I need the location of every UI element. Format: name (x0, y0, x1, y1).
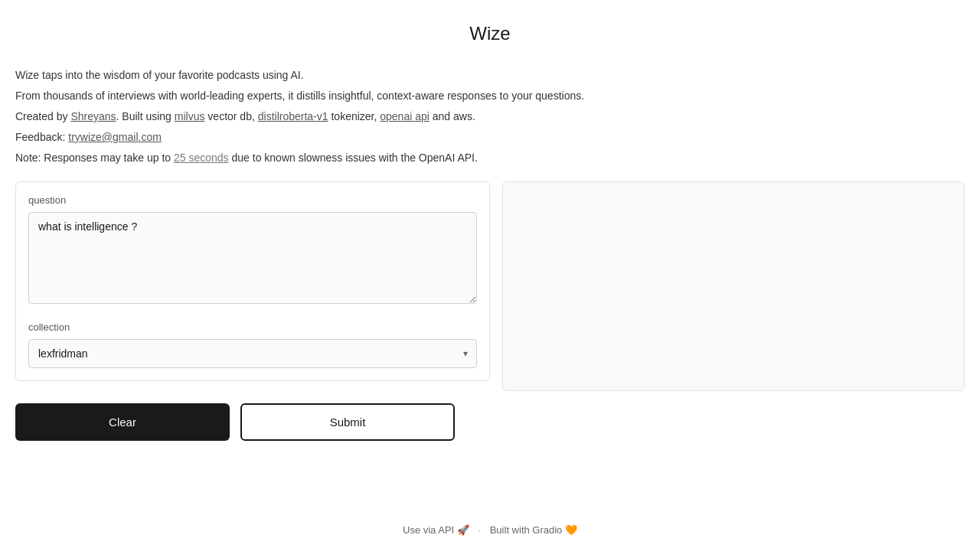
vector-db-suffix: vector db, (204, 110, 257, 122)
collection-select[interactable]: lexfridman hubermanlab joerogan tim_ferr… (28, 339, 477, 368)
distilroberta-link[interactable]: distilroberta-v1 (258, 110, 328, 122)
collection-select-wrapper: lexfridman hubermanlab joerogan tim_ferr… (28, 339, 477, 368)
note-prefix: Note: Responses may take up to (15, 152, 174, 164)
footer-gradio-emoji: 🧡 (565, 524, 577, 536)
tokenizer-suffix: tokenizer, (328, 110, 381, 122)
note-seconds: 25 seconds (174, 152, 229, 164)
feedback-line: Feedback: trywize@gmail.com (15, 129, 965, 145)
footer-api-text: Use via API (403, 524, 454, 536)
description-line-1: Wize taps into the wisdom of your favori… (15, 67, 965, 83)
created-by-line: Created by Shreyans. Built using milvus … (15, 109, 965, 125)
created-by-prefix: Created by (15, 110, 70, 122)
collection-section: collection lexfridman hubermanlab joerog… (28, 321, 477, 368)
page-title: Wize (15, 23, 965, 44)
footer: Use via API 🚀 · Built with Gradio 🧡 (0, 509, 980, 551)
buttons-row: Clear Submit (15, 403, 965, 441)
right-panel (502, 181, 965, 391)
note-line: Note: Responses may take up to 25 second… (15, 150, 965, 166)
aws-suffix: and aws. (430, 110, 475, 122)
question-label: question (28, 194, 477, 206)
footer-api-emoji: 🚀 (457, 524, 469, 536)
submit-button[interactable]: Submit (240, 403, 455, 441)
footer-separator: · (478, 524, 481, 536)
note-suffix: due to known slowness issues with the Op… (229, 152, 478, 164)
left-panel: question what is intelligence ? collecti… (15, 181, 490, 381)
footer-built-text: Built with Gradio (490, 524, 563, 536)
clear-button[interactable]: Clear (15, 403, 230, 441)
question-textarea[interactable]: what is intelligence ? (28, 212, 477, 304)
feedback-prefix: Feedback: (15, 131, 68, 143)
shreyans-link[interactable]: Shreyans (70, 110, 116, 122)
feedback-email[interactable]: trywize@gmail.com (68, 131, 162, 143)
panels-row: question what is intelligence ? collecti… (15, 181, 965, 391)
description-line-2: From thousands of interviews with world-… (15, 88, 965, 104)
collection-label: collection (28, 321, 477, 333)
openai-link[interactable]: openai api (380, 110, 430, 122)
milvus-link[interactable]: milvus (175, 110, 205, 122)
description-section: Wize taps into the wisdom of your favori… (15, 67, 965, 166)
built-using-prefix: . Built using (116, 110, 175, 122)
